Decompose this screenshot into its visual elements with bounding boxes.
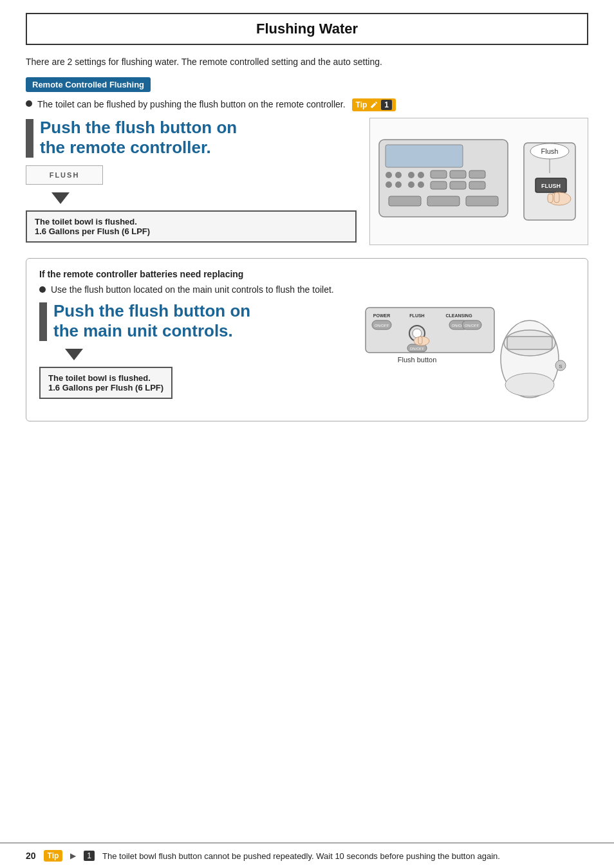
svg-point-48 [505,373,554,396]
svg-point-9 [418,181,424,188]
step-heading-2: Push the flush button on the main unit c… [39,301,346,341]
svg-point-5 [395,181,402,188]
svg-text:ON/OFF: ON/OFF [410,347,425,351]
svg-text:ON/OFF: ON/OFF [375,324,389,328]
page-title: Flushing Water [256,21,358,37]
svg-point-4 [386,181,392,188]
page-number: 20 [26,851,36,861]
remote-controller-svg: Flush FLUSH [376,127,582,236]
svg-rect-1 [386,145,463,167]
footer-arrow: ▶ [70,851,76,860]
svg-point-7 [418,172,424,178]
svg-text:S: S [559,364,562,369]
step-text-2: Push the flush button on the main unit c… [53,301,250,341]
svg-rect-47 [507,337,552,349]
step-text-1: Push the flush button on the remote cont… [40,118,237,158]
remote-section: Push the flush button on the remote cont… [26,118,588,245]
battery-left: Push the flush button on the main unit c… [39,301,346,411]
battery-content: Push the flush button on the main unit c… [39,301,575,411]
battery-section: If the remote controller batteries need … [26,258,588,421]
remote-image: Flush FLUSH [375,124,582,239]
bullet-dot-1 [26,100,32,107]
footer-text: The toilet bowl flush button cannot be p… [102,851,500,861]
svg-rect-18 [466,196,498,206]
section2-bullet-text: Use the flush button located on the main… [51,284,575,295]
svg-text:Flush: Flush [541,147,559,155]
intro-text: There are 2 settings for flushing water.… [26,57,588,67]
page-title-box: Flushing Water [26,13,588,45]
instruction-right: Flush FLUSH [369,118,588,245]
svg-rect-10 [431,171,447,178]
svg-rect-14 [450,181,466,189]
page-footer: 20 Tip ▶ 1 The toilet bowl flush button … [0,842,614,868]
arrow-down-1 [51,192,70,204]
section1-bullet-row: The toilet can be flushed by pushing the… [26,98,588,111]
svg-rect-16 [389,196,421,206]
section1-label: Remote Controlled Flushing [26,77,588,98]
svg-rect-12 [469,171,485,178]
instruction-left: Push the flush button on the remote cont… [26,118,357,245]
bullet-dot-2 [39,286,46,293]
step-heading-1: Push the flush button on the remote cont… [26,118,357,158]
svg-rect-26 [554,192,559,203]
step-bar-2 [39,302,47,341]
svg-rect-27 [548,194,553,203]
svg-text:Flush button: Flush button [398,356,437,364]
pencil-icon [369,100,378,109]
svg-point-2 [386,172,392,178]
footer-tip-badge: Tip [44,850,63,862]
svg-rect-15 [469,181,485,189]
section1-bullet-text: The toilet can be flushed by pushing the… [37,98,588,111]
svg-text:FLUSH: FLUSH [541,183,561,189]
flush-button-illustration: FLUSH [26,165,103,185]
svg-rect-17 [427,196,460,206]
tip-badge-1: Tip 1 [352,98,396,111]
result-box-2: The toilet bowl is flushed. 1.6 Gallons … [39,367,172,399]
svg-point-6 [408,172,414,178]
section2-bullet-row: Use the flush button located on the main… [39,284,575,295]
footer-tip-num: 1 [84,851,95,861]
svg-point-3 [395,172,402,178]
svg-text:FLUSH: FLUSH [409,313,424,318]
svg-rect-13 [431,181,447,189]
svg-point-8 [408,181,414,188]
result-box-1: The toilet bowl is flushed. 1.6 Gallons … [26,210,357,243]
main-unit-svg: POWER FLUSH CLEANSING ON/OFF ON/OFF ON/O… [362,301,568,411]
svg-text:ON/OFF: ON/OFF [465,324,479,328]
svg-rect-11 [450,171,466,178]
svg-rect-43 [418,337,422,344]
step-bar-1 [26,119,33,158]
battery-right: POWER FLUSH CLEANSING ON/OFF ON/OFF ON/O… [356,301,575,411]
svg-text:CLEANSING: CLEANSING [445,313,472,318]
battery-title: If the remote controller batteries need … [39,269,575,279]
svg-text:POWER: POWER [373,313,390,318]
arrow-down-2 [65,349,83,360]
